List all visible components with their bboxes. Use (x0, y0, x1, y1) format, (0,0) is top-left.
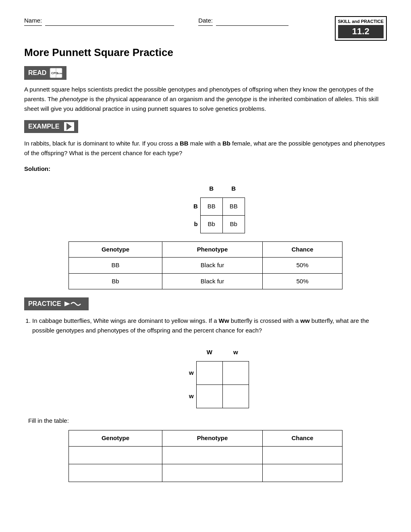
name-label: Name: (24, 16, 42, 26)
svg-marker-4 (64, 301, 70, 306)
practice-punnett-corner (174, 343, 196, 361)
practice-punnett-cell-2-1[interactable] (196, 384, 222, 408)
practice-table-header-row: Genotype Phenotype Chance (69, 430, 342, 447)
read-banner: READ CPO Science (24, 66, 66, 80)
example-arrow-icon (64, 122, 74, 131)
practice-table-row-2 (69, 464, 342, 482)
example-punnett-container: B B B BB BB b Bb Bb (24, 180, 387, 233)
punnett-row-1: B BB BB (178, 197, 245, 215)
punnett-row-label-2: b (178, 215, 200, 233)
practice-punnett-cell-2-2[interactable] (222, 384, 249, 408)
practice-chance-2[interactable] (263, 464, 342, 482)
example-col-chance: Chance (263, 241, 342, 258)
practice-genotype-2[interactable] (69, 464, 162, 482)
fill-text: Fill in the table: (28, 416, 387, 426)
header-fields: Name: Date: (24, 16, 335, 26)
date-label: Date: (198, 16, 213, 26)
page-header: Name: Date: SKILL and PRACTICE 11.2 (24, 16, 387, 41)
practice-punnett-row-label-1: w (174, 361, 196, 384)
punnett-cell-1-2: BB (222, 197, 245, 215)
skill-line2: PRACTICE (361, 19, 384, 24)
punnett-empty-corner (178, 180, 200, 197)
example-phenotype-2: Black fur (162, 273, 263, 289)
punnett-cell-1-1: BB (200, 197, 222, 215)
practice-section: In cabbage butterflies, White wings are … (24, 316, 387, 335)
punnett-header-row: B B (178, 180, 245, 197)
practice-data-table: Genotype Phenotype Chance (68, 430, 342, 482)
practice-punnett-table: W w w w (174, 343, 249, 408)
punnett-cell-2-1: Bb (200, 215, 222, 233)
practice-col-genotype: Genotype (69, 430, 162, 447)
read-label: READ (28, 68, 46, 78)
practice-punnett-col-1: W (196, 343, 222, 361)
practice-col-chance: Chance (263, 430, 342, 447)
example-banner: EXAMPLE (24, 120, 78, 133)
skill-number: 11.2 (338, 25, 384, 38)
practice-icon (64, 299, 85, 308)
name-field: Name: (24, 16, 174, 26)
practice-punnett-header-row: W w (174, 343, 249, 361)
page-title: More Punnett Square Practice (24, 45, 387, 60)
practice-list: In cabbage butterflies, White wings are … (24, 316, 387, 335)
example-col-phenotype: Phenotype (162, 241, 263, 258)
example-col-genotype: Genotype (69, 241, 162, 258)
example-phenotype-1: Black fur (162, 258, 263, 274)
practice-phenotype-1[interactable] (162, 446, 263, 464)
practice-item-1: In cabbage butterflies, White wings are … (32, 316, 387, 335)
practice-punnett-cell-1-1[interactable] (196, 361, 222, 384)
punnett-col-header-2: B (222, 180, 245, 197)
practice-punnett-row-1: w (174, 361, 249, 384)
example-punnett-table: B B B BB BB b Bb Bb (178, 180, 245, 233)
skill-line1: SKILL and (338, 19, 360, 24)
punnett-row-label-1: B (178, 197, 200, 215)
example-text: In rabbits, black fur is dominant to whi… (24, 139, 387, 158)
book-icon: CPO Science (50, 68, 62, 78)
practice-punnett-col-2: w (222, 343, 249, 361)
skill-badge: SKILL and PRACTICE 11.2 (335, 16, 387, 41)
practice-chance-1[interactable] (263, 446, 342, 464)
example-table-row-1: BB Black fur 50% (69, 258, 342, 274)
practice-phenotype-2[interactable] (162, 464, 263, 482)
example-genotype-1: BB (69, 258, 162, 274)
practice-punnett-container: W w w w (24, 343, 387, 408)
example-genotype-2: Bb (69, 273, 162, 289)
practice-banner: PRACTICE (24, 297, 89, 310)
solution-label: Solution: (24, 164, 387, 174)
name-line (45, 16, 174, 26)
date-field: Date: (198, 16, 289, 26)
punnett-cell-2-2: Bb (222, 215, 245, 233)
example-table-row-2: Bb Black fur 50% (69, 273, 342, 289)
punnett-row-2: b Bb Bb (178, 215, 245, 233)
practice-punnett-cell-1-2[interactable] (222, 361, 249, 384)
practice-punnett-row-label-2: w (174, 384, 196, 408)
punnett-col-header-1: B (200, 180, 222, 197)
svg-text:Science: Science (57, 72, 62, 75)
example-chance-1: 50% (263, 258, 342, 274)
practice-col-phenotype: Phenotype (162, 430, 263, 447)
example-label: EXAMPLE (28, 122, 59, 131)
practice-punnett-row-2: w (174, 384, 249, 408)
date-line (216, 16, 289, 26)
practice-genotype-1[interactable] (69, 446, 162, 464)
practice-table-row-1 (69, 446, 342, 464)
example-data-table: Genotype Phenotype Chance BB Black fur 5… (68, 241, 342, 290)
example-chance-2: 50% (263, 273, 342, 289)
example-table-header-row: Genotype Phenotype Chance (69, 241, 342, 258)
intro-text: A punnett square helps scientists predic… (24, 85, 387, 114)
practice-label: PRACTICE (28, 299, 61, 309)
